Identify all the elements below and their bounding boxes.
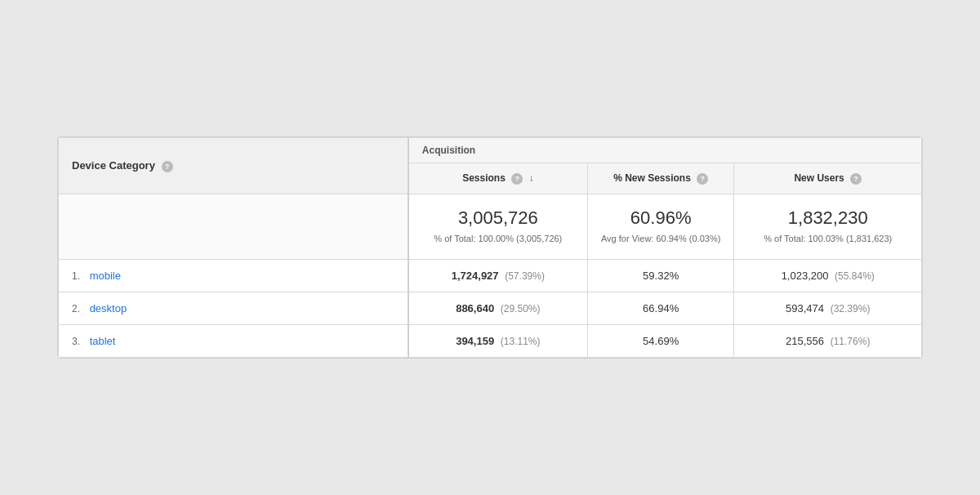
sessions-help-icon[interactable]: ? <box>511 173 523 185</box>
row-sessions-cell: 394,159 (13.11%) <box>408 324 588 357</box>
row-sessions-value: 886,640 <box>456 302 494 314</box>
row-new-users-cell: 1,023,200 (55.84%) <box>734 259 922 292</box>
row-number: 3. <box>72 336 80 347</box>
row-new-users-pct: (32.39%) <box>831 303 871 314</box>
new-sessions-help-icon[interactable]: ? <box>697 173 708 185</box>
row-new-sessions-cell: 59.32% <box>587 259 734 292</box>
totals-sessions-cell: 3,005,726 % of Total: 100.00% (3,005,726… <box>408 194 588 260</box>
dimension-label: Device Category <box>72 159 155 172</box>
row-sessions-pct: (29.50%) <box>501 303 541 314</box>
row-number: 2. <box>72 303 80 314</box>
totals-sessions-main: 3,005,726 <box>422 207 574 229</box>
totals-new-sessions-cell: 60.96% Avg for View: 60.94% (0.03%) <box>587 194 734 260</box>
row-label[interactable]: tablet <box>90 335 116 347</box>
acquisition-group-header: Acquisition <box>408 138 922 163</box>
row-sessions-value: 394,159 <box>456 335 494 347</box>
row-sessions-pct: (13.11%) <box>501 336 541 347</box>
new-users-help-icon[interactable]: ? <box>850 173 862 185</box>
row-sessions-cell: 886,640 (29.50%) <box>408 292 588 324</box>
table-header-group-row: Device Category ? Acquisition <box>59 138 922 163</box>
totals-dim-cell <box>59 194 408 260</box>
sessions-sort-icon[interactable]: ↓ <box>529 172 534 185</box>
row-label[interactable]: mobile <box>90 270 121 282</box>
row-dim-cell: 3. tablet <box>59 324 408 357</box>
row-new-users-value: 215,556 <box>786 335 824 347</box>
row-sessions-value: 1,724,927 <box>452 270 499 282</box>
row-label[interactable]: desktop <box>90 302 127 314</box>
dimension-category-header: Device Category ? <box>59 138 408 194</box>
row-number: 1. <box>72 270 80 282</box>
row-new-users-pct: (11.76%) <box>831 336 871 347</box>
table-row: 3. tablet 394,159 (13.11%) 54.69% 215,55… <box>59 324 922 357</box>
row-new-users-pct: (55.84%) <box>835 270 875 282</box>
new-users-column-header: New Users ? <box>734 163 922 194</box>
totals-row: 3,005,726 % of Total: 100.00% (3,005,726… <box>59 194 922 260</box>
sessions-label: Sessions <box>462 172 506 184</box>
row-new-users-cell: 593,474 (32.39%) <box>734 292 922 324</box>
totals-new-users-main: 1,832,230 <box>747 207 908 229</box>
row-new-sessions-cell: 66.94% <box>587 292 734 324</box>
table-row: 1. mobile 1,724,927 (57.39%) 59.32% 1,02… <box>59 259 922 292</box>
new-sessions-column-header: % New Sessions ? <box>587 163 734 194</box>
row-new-users-value: 1,023,200 <box>782 270 829 282</box>
analytics-table-container: Device Category ? Acquisition Sessions ?… <box>57 136 923 358</box>
totals-new-sessions-main: 60.96% <box>601 207 721 229</box>
totals-new-sessions-sub: Avg for View: 60.94% (0.03%) <box>601 232 721 246</box>
totals-new-users-cell: 1,832,230 % of Total: 100.03% (1,831,623… <box>734 194 922 260</box>
row-dim-cell: 2. desktop <box>59 292 408 324</box>
row-new-sessions-value: 54.69% <box>643 335 679 347</box>
sessions-column-header: Sessions ? ↓ <box>408 163 588 194</box>
row-sessions-pct: (57.39%) <box>505 270 545 282</box>
row-new-sessions-value: 66.94% <box>643 302 679 314</box>
row-dim-cell: 1. mobile <box>59 259 408 292</box>
row-sessions-cell: 1,724,927 (57.39%) <box>408 259 588 292</box>
row-new-sessions-cell: 54.69% <box>587 324 734 357</box>
row-new-sessions-value: 59.32% <box>643 270 679 282</box>
new-users-label: New Users <box>794 172 844 184</box>
totals-new-users-sub: % of Total: 100.03% (1,831,623) <box>747 232 908 246</box>
dimension-help-icon[interactable]: ? <box>162 161 173 172</box>
new-sessions-label: % New Sessions <box>613 172 691 184</box>
table-row: 2. desktop 886,640 (29.50%) 66.94% 593,4… <box>59 292 922 324</box>
row-new-users-cell: 215,556 (11.76%) <box>734 324 922 357</box>
totals-sessions-sub: % of Total: 100.00% (3,005,726) <box>422 232 574 246</box>
acquisition-label: Acquisition <box>422 145 475 156</box>
row-new-users-value: 593,474 <box>786 302 824 314</box>
